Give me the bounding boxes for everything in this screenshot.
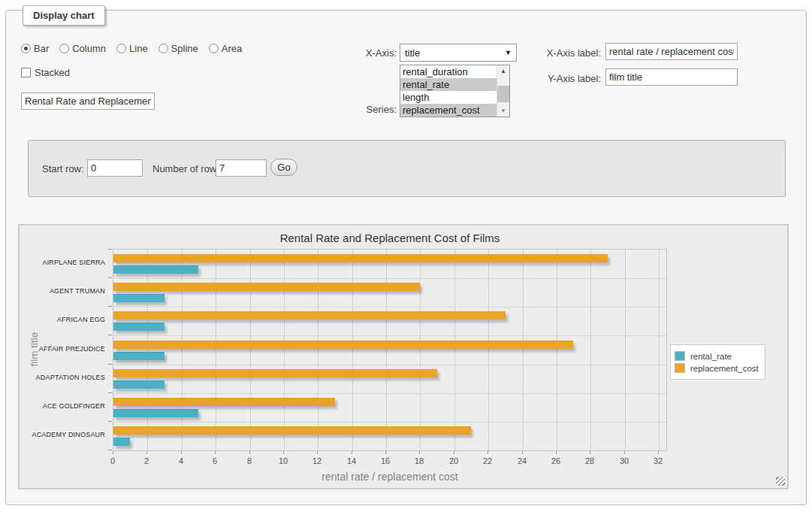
radio-icon[interactable] bbox=[209, 44, 219, 53]
x-tick-label: 6 bbox=[200, 456, 230, 465]
series-option-rental_rate[interactable]: rental_rate bbox=[400, 78, 497, 91]
gridline bbox=[523, 250, 524, 450]
gridline bbox=[420, 250, 421, 450]
gridline bbox=[113, 278, 666, 279]
legend-row: replacement_cost bbox=[675, 363, 759, 373]
bar-replacement_cost bbox=[113, 311, 506, 320]
category-label: AFRICAN EGG bbox=[21, 316, 105, 323]
bar-replacement_cost bbox=[113, 283, 420, 291]
legend-swatch bbox=[675, 363, 685, 373]
x-tick-mark bbox=[146, 451, 147, 454]
bar-rental_rate bbox=[113, 265, 198, 274]
stacked-checkbox-row[interactable]: Stacked bbox=[21, 67, 70, 78]
bar-rental_rate bbox=[113, 294, 165, 302]
category-label: ACE GOLDFINGER bbox=[21, 402, 105, 410]
y-tick-mark bbox=[108, 450, 112, 450]
x-tick-mark bbox=[317, 451, 318, 454]
go-button[interactable]: Go bbox=[270, 159, 297, 176]
resize-grip-icon[interactable] bbox=[776, 477, 785, 486]
x-tick-mark bbox=[249, 451, 250, 454]
x-tick-label: 22 bbox=[472, 456, 503, 465]
x-tick-mark bbox=[454, 451, 454, 454]
scrollbar-thumb[interactable] bbox=[497, 86, 509, 102]
scroll-down-icon[interactable]: ▼ bbox=[497, 105, 509, 117]
radio-icon[interactable] bbox=[116, 44, 126, 53]
x-tick-mark bbox=[624, 451, 625, 454]
series-option-replacement_cost[interactable]: replacement_cost bbox=[400, 104, 497, 117]
y-axis-label-input[interactable] bbox=[605, 68, 738, 86]
scroll-up-icon[interactable]: ▲ bbox=[497, 65, 509, 77]
radio-icon[interactable] bbox=[21, 44, 31, 53]
chart-type-radio-bar[interactable]: Bar bbox=[21, 43, 49, 54]
chart-type-radio-spline[interactable]: Spline bbox=[158, 43, 198, 54]
chart-type-radio-line[interactable]: Line bbox=[116, 43, 148, 54]
radio-label: Area bbox=[222, 43, 242, 54]
x-tick-mark bbox=[488, 451, 488, 454]
y-tick-mark bbox=[108, 277, 112, 278]
series-option-rental_duration[interactable]: rental_duration bbox=[400, 65, 497, 78]
category-label: AFFAIR PREJUDICE bbox=[21, 345, 105, 353]
series-select-label: Series: bbox=[353, 104, 397, 116]
radio-label: Column bbox=[72, 43, 106, 54]
bar-replacement_cost bbox=[113, 341, 573, 349]
x-tick-label: 14 bbox=[337, 456, 367, 465]
x-tick-label: 2 bbox=[131, 456, 161, 465]
gridline bbox=[182, 250, 183, 450]
x-tick-label: 28 bbox=[575, 456, 605, 465]
gridline bbox=[625, 250, 626, 450]
bar-rental_rate bbox=[113, 323, 165, 331]
x-tick-mark bbox=[658, 451, 659, 454]
radio-icon[interactable] bbox=[158, 44, 168, 53]
fieldset-legend: Display chart bbox=[23, 5, 105, 26]
category-label: ADAPTATION HOLES bbox=[21, 374, 105, 381]
x-tick-mark bbox=[181, 451, 182, 454]
stacked-label: Stacked bbox=[35, 67, 70, 78]
legend-row: rental_rate bbox=[675, 351, 759, 361]
gridline bbox=[454, 250, 455, 450]
chart-legend: rental_ratereplacement_cost bbox=[670, 344, 765, 380]
x-tick-label: 8 bbox=[234, 456, 264, 465]
y-tick-mark bbox=[108, 364, 112, 365]
stacked-checkbox[interactable] bbox=[21, 68, 31, 77]
chart-container: Rental Rate and Replacement Cost of Film… bbox=[18, 224, 789, 489]
series-option-length[interactable]: length bbox=[400, 91, 497, 104]
chevron-down-icon: ▼ bbox=[505, 49, 512, 56]
gridline bbox=[147, 250, 148, 450]
chart-title-input[interactable] bbox=[21, 92, 155, 110]
bar-replacement_cost bbox=[113, 426, 471, 435]
chart-title: Rental Rate and Replacement Cost of Film… bbox=[113, 232, 667, 244]
series-listbox[interactable]: rental_durationrental_ratelengthreplacem… bbox=[400, 65, 510, 117]
radio-icon[interactable] bbox=[59, 44, 69, 53]
category-label: AGENT TRUMAN bbox=[21, 287, 105, 295]
gridline bbox=[113, 422, 666, 423]
x-axis-title: rental rate / replacement cost bbox=[113, 471, 667, 483]
gridline bbox=[113, 335, 666, 336]
chart-type-radio-group: BarColumnLineSplineArea bbox=[21, 43, 242, 54]
x-axis-label-input[interactable] bbox=[605, 43, 738, 60]
gridline bbox=[216, 250, 216, 450]
chart-type-radio-column[interactable]: Column bbox=[59, 43, 106, 54]
category-label: ACADEMY DINOSAUR bbox=[21, 431, 105, 438]
gridline bbox=[488, 250, 489, 450]
radio-label: Line bbox=[129, 43, 148, 54]
gridline bbox=[284, 250, 285, 450]
y-tick-mark bbox=[108, 335, 112, 335]
num-rows-input[interactable] bbox=[216, 159, 267, 177]
bar-rental_rate bbox=[113, 352, 165, 360]
x-tick-mark bbox=[352, 451, 352, 454]
y-tick-mark bbox=[108, 306, 112, 307]
chart-type-radio-area[interactable]: Area bbox=[209, 43, 242, 54]
series-scrollbar[interactable]: ▲ ▼ bbox=[497, 65, 509, 117]
radio-label: Spline bbox=[171, 43, 198, 54]
y-axis-label-label: Y-Axis label: bbox=[533, 73, 601, 85]
x-tick-label: 18 bbox=[404, 456, 434, 465]
legend-label: rental_rate bbox=[690, 352, 732, 361]
x-tick-label: 30 bbox=[609, 456, 639, 465]
start-row-input[interactable] bbox=[87, 159, 143, 177]
x-axis-select[interactable]: title ▼ bbox=[400, 44, 517, 62]
x-tick-label: 26 bbox=[541, 456, 571, 465]
radio-label: Bar bbox=[34, 43, 49, 54]
series-options: rental_durationrental_ratelengthreplacem… bbox=[400, 65, 497, 117]
bar-rental_rate bbox=[113, 409, 198, 417]
gridline bbox=[318, 250, 318, 450]
